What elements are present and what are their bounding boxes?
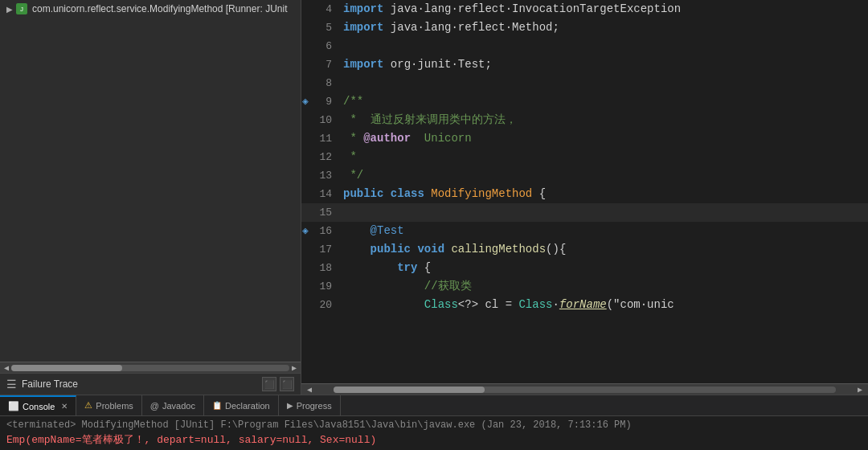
console-output: <terminated> ModifyingMethod [JUnit] F:\…: [0, 416, 868, 450]
code-line-6: 6: [301, 37, 868, 55]
tab-console-label: Console: [23, 402, 55, 411]
line-content-5: import java·lang·reflect·Method;: [340, 18, 868, 36]
console-tab-x[interactable]: ✕: [61, 402, 68, 411]
code-line-4: 4 import java·lang·reflect·InvocationTar…: [301, 0, 868, 18]
scroll-left-icon[interactable]: ◀: [2, 363, 11, 373]
line-content-11: * @author Unicorn: [340, 129, 868, 147]
action-btn-1[interactable]: ⬛: [262, 377, 276, 391]
code-line-8: 8: [301, 74, 868, 92]
code-line-19: 19 //获取类: [301, 277, 868, 296]
line-content-13: */: [340, 166, 868, 184]
line-num-7: 7: [309, 56, 340, 74]
code-line-11: 11 * @author Unicorn: [301, 129, 868, 148]
test-item-label: com.unicorn.reflect.service.ModifyingMet…: [32, 3, 287, 14]
code-line-18: 18 try {: [301, 259, 868, 277]
code-line-7: 7 import org·junit·Test;: [301, 55, 868, 74]
progress-tab-icon: ▶: [287, 401, 293, 410]
tab-declaration[interactable]: 📋 Declaration: [204, 395, 279, 415]
line-num-14: 14: [309, 186, 340, 203]
bottom-panel: ⬜ Console ✕ ⚠ Problems @ Javadoc 📋 Decla…: [0, 395, 868, 450]
horizontal-scrollbar[interactable]: ◀ ▶: [0, 362, 301, 373]
line-num-19: 19: [309, 278, 340, 296]
line-num-20: 20: [309, 297, 340, 314]
line-num-12: 12: [309, 149, 340, 166]
line-content-8: [340, 74, 868, 92]
gutter-9: ◈: [301, 93, 309, 111]
line-content-14: public class ModifyingMethod {: [340, 185, 868, 202]
line-num-9: 9: [309, 93, 340, 111]
line-content-12: *: [340, 148, 868, 166]
code-lines: 4 import java·lang·reflect·InvocationTar…: [301, 0, 868, 314]
tab-problems[interactable]: ⚠ Problems: [76, 395, 141, 415]
line-content-18: try {: [340, 259, 868, 276]
line-num-4: 4: [309, 1, 340, 18]
line-content-6: [340, 37, 868, 55]
failure-trace-actions: ⬛ ⬛: [262, 377, 294, 391]
code-editor: 4 import java·lang·reflect·InvocationTar…: [301, 0, 868, 395]
h-scroll-right-icon[interactable]: ▶: [852, 384, 868, 395]
line-num-17: 17: [309, 241, 340, 259]
line-num-18: 18: [309, 260, 340, 277]
left-panel: ▶ J com.unicorn.reflect.service.Modifyin…: [0, 0, 301, 395]
line-num-5: 5: [309, 19, 340, 37]
emp-output-text: Emp(empName=笔者棒极了！, depart=null, salary=…: [6, 434, 376, 446]
line-content-19: //获取类: [340, 277, 868, 295]
code-line-9: ◈ 9 /**: [301, 92, 868, 111]
code-line-10: 10 * 通过反射来调用类中的方法，: [301, 111, 868, 129]
h-scroll-thumb: [334, 387, 485, 393]
gutter-16: ◈: [301, 223, 309, 240]
line-content-7: import org·junit·Test;: [340, 55, 868, 73]
tab-declaration-label: Declaration: [225, 401, 270, 411]
tab-problems-label: Problems: [96, 401, 133, 411]
test-runner-item[interactable]: ▶ J com.unicorn.reflect.service.Modifyin…: [0, 0, 301, 18]
line-num-10: 10: [309, 112, 340, 129]
menu-icon: ☰: [6, 378, 17, 391]
svg-text:J: J: [20, 6, 23, 13]
code-area[interactable]: 4 import java·lang·reflect·InvocationTar…: [301, 0, 868, 383]
console-emp-line: Emp(empName=笔者棒极了！, depart=null, salary=…: [6, 432, 862, 447]
line-content-20: Class<?> cl = Class·forName("com·unic: [340, 296, 868, 313]
tab-progress[interactable]: ▶ Progress: [279, 395, 341, 415]
left-panel-spacer: [0, 18, 301, 362]
line-content-15: [340, 203, 868, 221]
line-num-13: 13: [309, 167, 340, 185]
main-content: ▶ J com.unicorn.reflect.service.Modifyin…: [0, 0, 868, 395]
code-h-scrollbar[interactable]: ◀ ▶: [301, 383, 868, 395]
bottom-tabs: ⬜ Console ✕ ⚠ Problems @ Javadoc 📋 Decla…: [0, 395, 868, 416]
problems-tab-icon: ⚠: [84, 400, 92, 411]
h-scroll-left-icon[interactable]: ◀: [301, 384, 317, 395]
test-status-icon: J: [16, 3, 27, 14]
failure-trace-bar: ☰ Failure Trace ⬛ ⬛: [0, 373, 301, 395]
line-num-11: 11: [309, 130, 340, 148]
code-line-13: 13 */: [301, 166, 868, 185]
code-line-12: 12 *: [301, 148, 868, 166]
code-line-15: 15: [301, 203, 868, 222]
tab-progress-label: Progress: [297, 401, 332, 411]
failure-trace-label: Failure Trace: [22, 378, 78, 390]
tab-console[interactable]: ⬜ Console ✕: [0, 395, 76, 415]
tab-javadoc-label: Javadoc: [162, 401, 195, 411]
line-num-6: 6: [309, 38, 340, 55]
line-content-4: import java·lang·reflect·InvocationTarge…: [340, 0, 868, 18]
line-content-17: public void callingMethods(){: [340, 240, 868, 258]
scrollbar-track[interactable]: [11, 365, 289, 371]
terminated-text: <terminated> ModifyingMethod [JUnit] F:\…: [6, 419, 632, 431]
scroll-right-icon[interactable]: ▶: [289, 363, 299, 373]
line-content-10: * 通过反射来调用类中的方法，: [340, 111, 868, 129]
code-line-16: ◈ 16 @Test: [301, 222, 868, 240]
h-scroll-track[interactable]: [334, 387, 836, 393]
code-line-5: 5 import java·lang·reflect·Method;: [301, 18, 868, 37]
tab-javadoc[interactable]: @ Javadoc: [142, 395, 204, 415]
line-num-16: 16: [309, 223, 340, 240]
action-btn-2[interactable]: ⬛: [280, 377, 294, 391]
line-num-15: 15: [309, 204, 340, 222]
console-tab-icon: ⬜: [8, 401, 19, 411]
console-terminated-line: <terminated> ModifyingMethod [JUnit] F:\…: [6, 419, 862, 431]
line-content-9: /**: [340, 92, 868, 110]
line-num-8: 8: [309, 75, 340, 92]
code-line-14: 14 public class ModifyingMethod {: [301, 185, 868, 203]
tree-arrow-icon: ▶: [6, 5, 13, 14]
javadoc-tab-icon: @: [150, 401, 159, 411]
code-line-20: 20 Class<?> cl = Class·forName("com·unic: [301, 296, 868, 314]
declaration-tab-icon: 📋: [212, 401, 222, 410]
